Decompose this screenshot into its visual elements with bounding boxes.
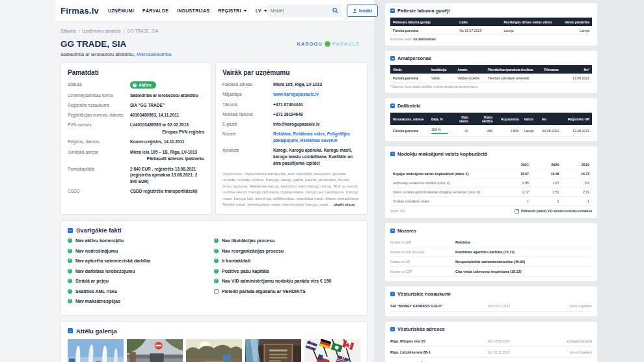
gallery-image-beach-flags[interactable]: Pludmales karogi <box>186 339 242 362</box>
industry-row: Nozare no URNespecializētā vairumtirdzni… <box>390 257 592 267</box>
verdikts-debt-link[interactable]: Pieteikt parāda atgūšanu ar VERDIKTS <box>214 289 360 294</box>
fact-item: Nav reorganizācijas procesu <box>214 249 360 253</box>
company-form: Sabiedrība ar ierobežotu atbildību, Mikr… <box>60 51 171 57</box>
officers-table: Vārds Institūcija Amats Pārstāvības/para… <box>390 65 592 83</box>
eu-vat-register-link[interactable]: Eiropas PVN reģistrs <box>130 129 204 135</box>
table-row: Iedzīvotāju ienākuma nodoklis (tūkst. €)… <box>390 178 592 188</box>
section-icon[interactable] <box>390 292 395 296</box>
login-button[interactable]: Ienākt <box>347 5 378 17</box>
microcompany-link[interactable]: Mikrosabiedrība <box>137 51 171 57</box>
members-table: Nosaukums, adrese Daļa, % Daļu skaits Da… <box>390 113 592 137</box>
fact-item: Strādā ar peļņu <box>68 279 214 283</box>
check-icon <box>214 279 219 283</box>
section-icon[interactable] <box>390 104 395 108</box>
check-icon <box>68 249 72 253</box>
email-value: info@karogupasaule.lv <box>273 121 360 128</box>
website-link[interactable]: www.karogupasaule.lv <box>273 91 360 98</box>
check-icon <box>214 238 219 243</box>
see-all-link[interactable]: skatīt visus <box>334 202 355 206</box>
reg-number-value: 40103480563, 14.11.2011 <box>130 112 204 118</box>
more-about-company-card: Vairāk par uzņēmumu Faktiskā adreseMiera… <box>215 63 368 215</box>
industries-card: Nozares Nozare no G/PReklāma Nozare no G… <box>385 223 597 281</box>
table-row: Kopējie maksājumi valsts kopbudžetā (tūk… <box>390 169 592 178</box>
chevron-down-icon <box>263 10 267 12</box>
members-card: Dalībnieki Nosaukums, adrese Daļa, % Daļ… <box>385 98 597 141</box>
check-address-owner-link[interactable]: Pārbaudīt adreses īpašnieku <box>130 156 204 162</box>
karogu-pasaule-logo: KAROGU PASAULE <box>297 40 360 48</box>
fact-item: Nav maksātnespējas <box>68 299 214 303</box>
image-gallery-card: Attēlu galerija Karogu izgatavošana <box>60 321 368 362</box>
industry-row: Nozare no G/PReklāma <box>390 238 592 247</box>
pamatdati-card: Pamatdati Statuss Aktīvs Uzņēmējdarbības… <box>60 63 211 215</box>
section-icon[interactable] <box>68 228 73 233</box>
registered-name-value: SIA "GG TRADE" <box>130 102 204 109</box>
fact-item: Nav apturēta saimnieciskā darbība <box>68 258 214 263</box>
external-link-icon <box>515 209 519 214</box>
fact-item: Nav darbības ierobežojumu <box>68 269 214 273</box>
check-icon <box>214 249 219 253</box>
vid-check-link[interactable]: Pārbaudīt (skatīt) VID aktuālo nodokļu n… <box>515 209 592 214</box>
main-column: Firmas.lv UZŅĒMUMI PĀRVALDE INDUSTRIJAS … <box>0 0 374 362</box>
gallery-image-flag-printing[interactable]: Karogu apdruka <box>127 339 183 362</box>
gallery-image-flag-production[interactable]: Karogu izgatavošana <box>68 339 124 362</box>
historical-address-row: Rīga, Rītupes iela 20 līdz 13.08.2021 ai… <box>390 336 592 347</box>
nav-registri[interactable]: REĢISTRI <box>218 8 247 13</box>
nav-parvalde[interactable]: PĀRVALDE <box>142 8 168 13</box>
industry-links[interactable]: Reklāma, Reklāmas vides, Poligrāfijas pa… <box>273 131 360 144</box>
gallery-image-flag-print[interactable]: Karogu druka <box>245 339 301 362</box>
breadcrumb-separator: / <box>124 29 125 33</box>
mobile-value: +371 26194648 <box>273 111 360 118</box>
historical-address-row: Rīga, Lāčplēša iela 88-1 līdz 01.11.2013… <box>390 347 592 358</box>
description-value: Karogi. Karogu apdruka. Karogu masti, ka… <box>273 147 360 166</box>
breadcrumb-home[interactable]: Sākums <box>60 29 75 33</box>
search-box <box>267 5 342 17</box>
nav-language[interactable]: LV <box>256 8 267 13</box>
breadcrumb-company-list[interactable]: Uzņēmumu saraksts <box>82 29 120 33</box>
keywords-paragraph: Uzņēmums, Diplomātiskā transporta, auto … <box>222 171 360 209</box>
section-icon[interactable] <box>390 229 395 233</box>
historical-addresses-card: Vēsturiskās adreses Rīga, Rītupes iela 2… <box>385 322 597 362</box>
check-icon <box>133 83 137 87</box>
taxes-card: Nodokļu maksājumi valsts kopbudžetā 2021… <box>385 146 597 218</box>
section-icon[interactable] <box>390 56 395 61</box>
check-icon <box>68 299 72 303</box>
person-icon <box>353 8 357 13</box>
fact-item: Nav aktīvu komercķīlu <box>68 238 214 243</box>
breadcrumb: Sākums / Uzņēmumu saraksts / GG TRADE, S… <box>60 29 368 33</box>
section-icon[interactable] <box>68 328 73 333</box>
control-type-note: Kontroles veids: kā dalībniekam <box>390 38 592 41</box>
top-navigation-bar: Firmas.lv UZŅĒMUMI PĀRVALDE INDUSTRIJAS … <box>55 0 374 21</box>
fact-item: Nav nodrošinājumu <box>68 249 214 253</box>
search-input[interactable] <box>271 8 332 13</box>
table-row[interactable]: Fiziska persona Valde Valdes loceklis Ti… <box>390 74 592 83</box>
external-link-icon <box>214 289 219 294</box>
tax-source: Avots: VID <box>390 210 405 213</box>
csdd-vehicles-link[interactable]: CSDD reģistrētie transportlīdzekļi <box>130 188 204 195</box>
share-progress-bar <box>431 133 448 134</box>
historical-address-row: Rīga, Aleksandra Čaka iela 70-53 līdz 04… <box>390 358 592 362</box>
fact-item: Ir kontaktdati <box>214 258 360 263</box>
fact-item: Nav likvidācijas procesu <box>214 238 360 243</box>
gallery-image-small-flags[interactable]: Karodziņu izgatavošana <box>304 339 360 362</box>
actual-address-value: Miera 105, Rīga, LV-1013 <box>273 81 360 88</box>
vairak-title: Vairāk par uzņēmumu <box>222 69 360 76</box>
nav-uznemumi[interactable]: UZŅĒMUMI <box>108 8 134 13</box>
globe-icon <box>324 40 331 48</box>
nav-industrijas[interactable]: INDUSTRIJAS <box>177 8 209 13</box>
breadcrumb-current: GG TRADE, SIA <box>127 29 158 33</box>
page-title: GG TRADE, SIA <box>60 39 171 49</box>
section-icon[interactable] <box>390 8 395 13</box>
table-row: Valsts sociālās apdrošināšanas obligātās… <box>390 188 592 197</box>
table-row: Vidējais strādājošo skaits 1 1 1 <box>390 197 592 206</box>
chevron-down-icon <box>243 10 247 12</box>
main-nav: UZŅĒMUMI PĀRVALDE INDUSTRIJAS REĢISTRI L… <box>108 8 267 13</box>
historical-names-card: Vēsturiskie nosaukumi SIA "MONEY EXPRESS… <box>385 286 597 316</box>
table-row[interactable]: Fiziska persona No 15.07.2019 Latvija La… <box>390 26 592 35</box>
aml-risk-link[interactable]: Skatīties AML risku <box>68 289 214 294</box>
section-icon[interactable] <box>390 327 395 331</box>
search-icon[interactable] <box>332 8 338 14</box>
table-row[interactable]: Fiziska persona 100 % 10 284 2 840 Latvi… <box>390 125 592 137</box>
key-facts-card: Svarīgākie fakti Nav aktīvu komercķīlu N… <box>60 220 368 316</box>
section-icon[interactable] <box>390 152 395 156</box>
firmas-logo[interactable]: Firmas.lv <box>60 6 99 16</box>
